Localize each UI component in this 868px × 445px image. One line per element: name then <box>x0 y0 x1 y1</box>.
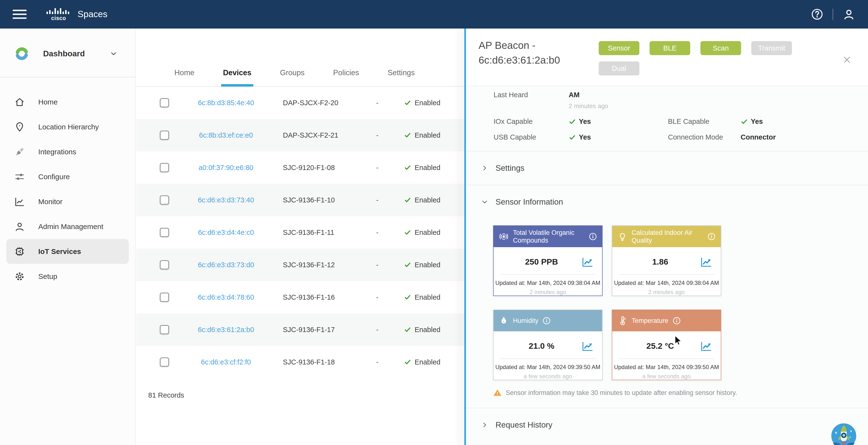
sidebar-item-iot-services[interactable]: IoT Services <box>6 239 129 264</box>
tab-policies[interactable]: Policies <box>333 59 359 86</box>
help-icon[interactable] <box>811 8 824 21</box>
tab-devices[interactable]: Devices <box>223 59 251 86</box>
device-mac-link[interactable]: 6c:8b:d3:ef:ce:e0 <box>169 131 283 139</box>
person-icon <box>14 221 25 232</box>
warning-icon <box>493 388 502 397</box>
device-mac-link[interactable]: 6c:d6:e3:d3:73:40 <box>169 196 283 204</box>
row-checkbox[interactable] <box>160 293 169 302</box>
badge-ble[interactable]: BLE <box>650 41 690 55</box>
device-mac-link[interactable]: 6c:d6:e3:d3:73:d0 <box>169 261 283 269</box>
chevron-down-icon <box>481 198 488 206</box>
section-sensor-information[interactable]: Sensor Information <box>466 185 868 219</box>
sidebar-item-configure[interactable]: Configure <box>6 164 129 189</box>
mouse-cursor <box>674 335 683 346</box>
spaces-logo-icon <box>13 45 30 62</box>
check-icon <box>404 326 411 333</box>
section-request-history[interactable]: Request History <box>466 408 868 442</box>
sensor-updated-at: Updated at: Mar 14th, 2024 09:38:04 AM <box>494 280 602 286</box>
table-row: a0:0f:37:90:e6:80 SJC-9120-F1-08 - Enabl… <box>136 151 464 184</box>
chip-icon <box>14 246 25 257</box>
section-settings-label: Settings <box>496 164 524 173</box>
iox-capable-value: Yes <box>579 117 591 126</box>
device-mac-link[interactable]: 6c:8b:d3:85:4e:40 <box>169 99 283 107</box>
status-badge: Enabled <box>414 294 440 301</box>
device-mac-link[interactable]: 6c:d6:e3:cf:f2:f0 <box>169 358 283 366</box>
sidebar: Dashboard Home Location Hierarchy <box>0 29 135 445</box>
device-name: SJC-9120-F1-08 <box>283 164 376 172</box>
table-row: 6c:d6:e3:cf:f2:f0 SJC-9136-F1-18 - Enabl… <box>136 346 464 378</box>
panel-divider[interactable] <box>464 29 466 445</box>
lightbulb-icon <box>617 231 628 242</box>
section-settings[interactable]: Settings <box>466 151 868 185</box>
row-checkbox[interactable] <box>160 131 169 140</box>
row-checkbox[interactable] <box>160 196 169 205</box>
sidebar-item-location-hierarchy[interactable]: Location Hierarchy <box>6 114 129 139</box>
info-icon[interactable] <box>589 232 597 241</box>
sensor-updated-ago: a few seconds ago <box>494 373 602 380</box>
card-title: Calculated Indoor Air Quality <box>631 229 702 244</box>
gear-icon <box>14 271 25 282</box>
sidebar-item-monitor[interactable]: Monitor <box>6 189 129 214</box>
device-name: SJC-9136-F1-10 <box>283 196 376 204</box>
sensor-warning-text: Sensor information may take 30 minutes t… <box>506 389 737 397</box>
sidebar-item-admin-management[interactable]: Admin Management <box>6 214 129 239</box>
device-mac-link[interactable]: a0:0f:37:90:e6:80 <box>169 164 283 172</box>
sidebar-item-label: Location Hierarchy <box>38 123 99 131</box>
device-name: SJC-9136-F1-11 <box>283 229 376 237</box>
row-checkbox[interactable] <box>160 163 169 172</box>
device-mac-link[interactable]: 6c:d6:e3:61:2a:b0 <box>169 326 283 334</box>
device-policy: - <box>376 164 404 172</box>
device-mac-link[interactable]: 6c:d6:e3:d4:4e:c0 <box>169 229 283 237</box>
section-sensor-information-label: Sensor Information <box>496 197 563 207</box>
sidebar-divider <box>0 77 135 77</box>
device-name: SJC-9136-F1-18 <box>283 358 376 366</box>
badge-transmit[interactable]: Transmit <box>751 41 792 55</box>
table-row: 6c:d6:e3:d4:4e:c0 SJC-9136-F1-11 - Enabl… <box>136 216 464 249</box>
table-row: 6c:d6:e3:61:2a:b0 SJC-9136-F1-17 - Enabl… <box>136 313 464 346</box>
info-icon[interactable] <box>542 316 551 325</box>
info-icon[interactable] <box>672 316 681 325</box>
chart-icon <box>14 196 25 207</box>
sidebar-item-setup[interactable]: Setup <box>6 264 129 289</box>
tab-home[interactable]: Home <box>175 59 194 86</box>
badge-sensor[interactable]: Sensor <box>599 41 640 55</box>
row-checkbox[interactable] <box>160 325 169 334</box>
check-icon <box>404 99 411 106</box>
sidebar-item-home[interactable]: Home <box>6 90 129 114</box>
panel-header: AP Beacon - 6c:d6:e3:61:2a:b0 Sensor BLE… <box>466 29 868 86</box>
sensor-value: 25.2 °C <box>620 341 700 351</box>
badge-scan[interactable]: Scan <box>701 41 741 55</box>
trend-chart-icon[interactable] <box>700 255 713 268</box>
menu-icon[interactable] <box>12 10 27 19</box>
product-title: Spaces <box>78 9 107 19</box>
assistant-rocket-button[interactable] <box>829 421 858 445</box>
row-checkbox[interactable] <box>160 98 169 107</box>
chevron-down-icon[interactable] <box>110 49 118 58</box>
close-icon[interactable] <box>842 55 852 65</box>
card-title: Temperature <box>631 317 669 324</box>
badge-dual[interactable]: Dual <box>599 61 640 75</box>
info-icon[interactable] <box>707 232 716 241</box>
trend-chart-icon[interactable] <box>581 255 594 268</box>
row-checkbox[interactable] <box>160 260 169 269</box>
tab-settings[interactable]: Settings <box>388 59 414 86</box>
device-policy: - <box>376 294 404 301</box>
trend-chart-icon[interactable] <box>700 340 713 352</box>
device-mac-link[interactable]: 6c:d6:e3:d4:78:60 <box>169 294 283 301</box>
sensor-updated-at: Updated at: Mar 14th, 2024 09:39:50 AM <box>494 364 602 371</box>
row-checkbox[interactable] <box>160 357 169 367</box>
device-name: SJC-9136-F1-12 <box>283 261 376 269</box>
sidebar-item-label: Configure <box>38 173 70 181</box>
tvoc-sensor-icon <box>498 231 509 242</box>
device-detail-panel: AP Beacon - 6c:d6:e3:61:2a:b0 Sensor BLE… <box>466 29 868 445</box>
sensor-card-temperature: Temperature 25.2 °C Updated at: Mar 14th… <box>612 310 721 380</box>
trend-chart-icon[interactable] <box>581 340 594 352</box>
dashboard-selector[interactable]: Dashboard <box>0 29 135 62</box>
sensor-updated-at: Updated at: Mar 14th, 2024 09:39:50 AM <box>612 364 721 371</box>
sidebar-item-integrations[interactable]: Integrations <box>6 139 129 164</box>
tab-groups[interactable]: Groups <box>280 59 305 86</box>
user-icon[interactable] <box>842 8 856 21</box>
check-icon <box>404 261 411 269</box>
row-checkbox[interactable] <box>160 228 169 237</box>
ble-capable-value: Yes <box>751 117 763 126</box>
